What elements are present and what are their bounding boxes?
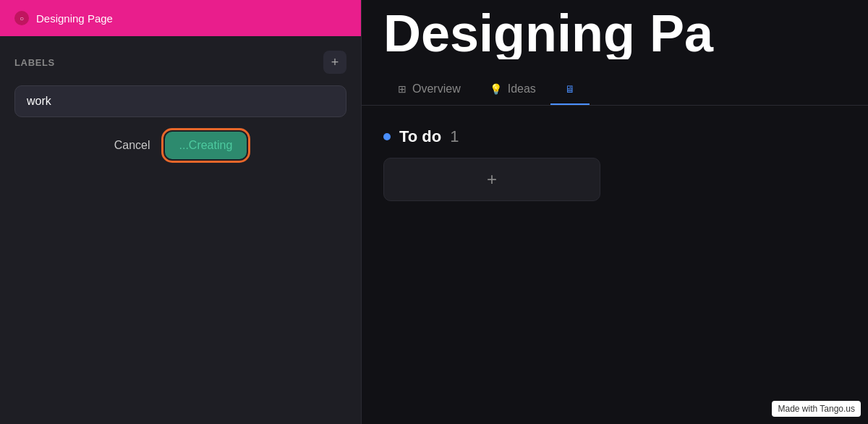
tab-third[interactable]: 🖥 [550,75,590,105]
add-item-icon: + [487,169,497,190]
third-tab-icon: 🖥 [565,83,575,95]
section-header: To do 1 [383,127,846,146]
tabs-bar: ⊞ Overview 💡 Ideas 🖥 [362,74,868,106]
creating-button[interactable]: ...Creating [165,132,247,159]
form-actions: Cancel ...Creating [14,132,346,159]
sidebar-item-icon: ○ [14,11,29,25]
sidebar: ○ Designing Page LABELS + Cancel ...Crea… [0,0,362,424]
tab-overview[interactable]: ⊞ Overview [383,74,475,106]
section-dot [383,133,391,140]
tab-ideas[interactable]: 💡 Ideas [475,74,550,106]
main-content: Designing Pa ⊞ Overview 💡 Ideas 🖥 To do … [362,0,868,424]
add-item-card[interactable]: + [383,158,600,201]
label-input[interactable] [14,85,346,117]
tab-overview-label: Overview [412,82,461,96]
section-title: To do [399,127,441,146]
section-count: 1 [450,127,459,146]
cancel-button[interactable]: Cancel [114,139,150,152]
main-body: To do 1 + [362,106,868,424]
labels-header: LABELS + [14,51,346,74]
ideas-icon: 💡 [490,83,502,95]
sidebar-top-item[interactable]: ○ Designing Page [0,0,361,36]
page-title-bar: Designing Pa [362,0,868,59]
sidebar-item-label: Designing Page [36,12,113,25]
labels-section: LABELS + Cancel ...Creating [0,36,361,166]
add-label-button[interactable]: + [323,51,346,74]
labels-title: LABELS [14,57,55,68]
page-title: Designing Pa [383,7,846,59]
overview-icon: ⊞ [398,83,407,95]
watermark: Made with Tango.us [772,401,861,417]
tab-ideas-label: Ideas [508,82,536,96]
